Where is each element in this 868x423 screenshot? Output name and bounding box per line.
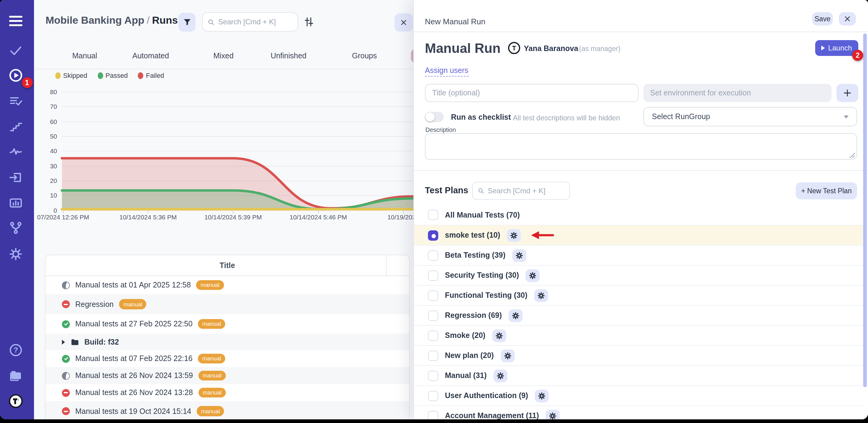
adjustments-icon[interactable] [304, 17, 314, 27]
sidebar-item-settings-gear[interactable] [8, 246, 24, 262]
gear-icon [497, 372, 504, 379]
plan-settings-button[interactable] [509, 309, 523, 322]
save-button[interactable]: Save [812, 12, 833, 26]
launch-button[interactable]: Launch [815, 40, 858, 56]
plan-checkbox[interactable] [428, 370, 438, 381]
plus-icon [843, 89, 851, 97]
y-axis-tick: 70 [41, 103, 57, 110]
sidebar-item-reports[interactable] [8, 195, 24, 211]
add-environment-button[interactable] [836, 84, 858, 102]
test-plan-row[interactable]: Security Testing (30) [414, 265, 864, 285]
tab-manual[interactable]: Manual [72, 52, 97, 60]
environment-input[interactable] [643, 84, 832, 102]
runs-tabs: ManualAutomatedMixedUnfinishedGroupsTo R… [34, 48, 413, 64]
new-test-plan-button[interactable]: + New Test Plan [796, 182, 857, 199]
rungroup-select[interactable]: Select RunGroup [643, 107, 857, 126]
run-title-input[interactable] [425, 84, 639, 102]
plan-checkbox[interactable] [428, 330, 438, 341]
test-plans-search[interactable] [472, 182, 570, 200]
status-in-progress-icon [62, 372, 70, 379]
tab-unfinished[interactable]: Unfinished [271, 52, 307, 60]
run-as-checklist-toggle[interactable] [425, 112, 444, 122]
tab-mixed[interactable]: Mixed [213, 52, 234, 60]
table-row[interactable]: Manual tests at 01 Apr 2025 12:58manual [45, 276, 409, 294]
tab-automated[interactable]: Automated [132, 52, 169, 60]
plan-checkbox[interactable] [428, 230, 438, 241]
runs-search[interactable] [202, 12, 298, 32]
legend-item-skipped: Skipped [55, 72, 87, 79]
test-plan-row[interactable]: User Authentication (9) [414, 385, 864, 405]
filter-button[interactable] [179, 13, 195, 32]
test-plan-row[interactable]: All Manual Tests (70) [414, 205, 864, 225]
gear-icon [512, 311, 520, 319]
legend-dot [55, 72, 61, 79]
runs-panel: Mobile Banking App/Runs [34, 0, 413, 419]
runs-search-input[interactable] [218, 18, 292, 26]
plan-settings-button[interactable] [492, 329, 506, 342]
breadcrumb-project[interactable]: Mobile Banking App [45, 15, 145, 26]
sidebar-item-branches[interactable] [8, 220, 24, 236]
test-plans-search-input[interactable] [488, 187, 564, 195]
sidebar-item-tests-check[interactable] [8, 43, 24, 58]
plan-checkbox[interactable] [428, 411, 438, 419]
sidebar-item-pulse[interactable] [8, 143, 24, 159]
expand-caret-icon[interactable] [62, 339, 65, 344]
table-row[interactable]: Manual tests at 19 Oct 2024 15:14manual [45, 401, 409, 419]
test-plans-heading: Test Plans [425, 186, 468, 195]
test-plan-row[interactable]: Functional Testing (30) [414, 285, 864, 305]
plan-settings-button[interactable] [494, 369, 507, 382]
x-axis-tick: 10/14/2024 5:46 PM [289, 213, 347, 221]
divider [34, 69, 413, 69]
sidebar-item-logo[interactable] [8, 393, 24, 409]
plan-checkbox[interactable] [428, 210, 438, 220]
table-row[interactable]: Manual tests at 26 Nov 2024 13:28manual [45, 384, 409, 401]
plan-settings-button[interactable] [535, 389, 549, 402]
modal-scrollbar[interactable] [863, 33, 867, 387]
test-plan-row[interactable]: Beta Testing (39) [414, 245, 864, 265]
sidebar-item-projects-folder[interactable] [8, 368, 24, 384]
launch-label: Launch [828, 44, 852, 52]
plan-checkbox[interactable] [428, 290, 438, 301]
table-row[interactable]: Manual tests at 27 Feb 2025 22:50manual [45, 314, 409, 334]
runs-notification-badge: 1 [22, 77, 32, 88]
tab-groups[interactable]: Groups [352, 52, 377, 60]
run-type-badge: manual [198, 388, 226, 398]
table-row-folder[interactable]: Build: f32 [45, 334, 409, 350]
status-passed-icon [62, 320, 70, 328]
assign-users-link[interactable]: Assign users [425, 66, 468, 77]
close-modal-button[interactable] [839, 12, 856, 26]
plan-checkbox[interactable] [428, 250, 438, 260]
sidebar-item-test-plans[interactable] [8, 93, 24, 109]
plan-settings-button[interactable] [526, 269, 539, 282]
plan-settings-button[interactable] [534, 289, 548, 302]
plan-label: Functional Testing (30) [445, 291, 527, 300]
sidebar-item-steps[interactable] [8, 118, 24, 134]
tab-to-review[interactable]: To Review [411, 49, 413, 63]
menu-icon[interactable] [9, 16, 23, 26]
sidebar-item-runs-play[interactable] [8, 67, 24, 83]
plan-settings-button[interactable] [546, 409, 560, 419]
close-runs-panel-button[interactable] [395, 13, 413, 32]
test-plan-row[interactable]: New plan (20) [414, 345, 864, 365]
plan-settings-button[interactable] [507, 229, 521, 242]
plan-settings-button[interactable] [500, 349, 515, 362]
sidebar-item-help[interactable]: ? [8, 342, 24, 358]
plan-checkbox[interactable] [428, 350, 438, 361]
table-row[interactable]: Manual tests at 07 Feb 2025 22:16manual [45, 350, 409, 367]
table-row[interactable]: Regressionmanual [45, 294, 409, 314]
plan-settings-button[interactable] [512, 249, 526, 262]
sidebar-item-import[interactable] [8, 170, 24, 186]
plan-checkbox[interactable] [428, 270, 438, 280]
plan-checkbox[interactable] [428, 391, 438, 401]
description-textarea[interactable] [425, 133, 857, 160]
plan-label: Regression (69) [445, 311, 502, 320]
table-row[interactable]: Manual tests at 26 Nov 2024 13:59manual [45, 367, 409, 384]
x-axis-tick: 10/14/2024 5:36 PM [119, 213, 177, 221]
test-plan-row[interactable]: smoke test (10) [414, 225, 864, 245]
test-plan-row[interactable]: Regression (69) [414, 305, 864, 325]
test-plan-row[interactable]: Smoke (20) [414, 325, 864, 345]
test-plan-row[interactable]: Manual (31) [414, 365, 864, 385]
run-heading: Manual Run [425, 41, 500, 57]
test-plan-row[interactable]: Account Management (11) [414, 405, 864, 419]
plan-checkbox[interactable] [428, 310, 438, 320]
